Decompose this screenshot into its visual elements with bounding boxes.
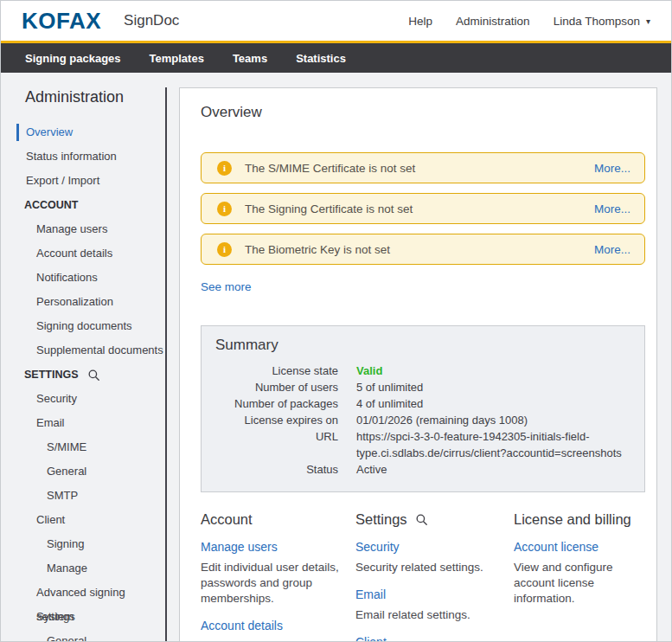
sidebar-item-manage-users[interactable]: Manage users <box>1 217 167 241</box>
sidebar-item-email[interactable]: Email <box>1 411 167 435</box>
sidebar-item-smime[interactable]: S/MIME <box>1 435 167 459</box>
sidebar: Administration Overview Status informati… <box>1 73 167 641</box>
link-description: Edit individual user details, passwords … <box>201 560 346 607</box>
page: KOFAX SignDoc Help Administration Linda … <box>0 0 672 642</box>
alert-text: The S/MIME Certificate is not set <box>245 162 415 175</box>
user-name: Linda Thompson <box>554 15 640 28</box>
search-icon[interactable] <box>415 513 428 526</box>
summary-row-license-state: License state Valid <box>215 363 630 379</box>
sidebar-item-overview[interactable]: Overview <box>1 120 167 144</box>
content-area: Administration Overview Status informati… <box>1 73 671 641</box>
summary-row-license-expires: License expires on 01/01/2026 (remaining… <box>215 412 630 428</box>
alert-more-link[interactable]: More... <box>594 202 630 215</box>
info-icon: i <box>217 242 232 257</box>
tab-signing-packages[interactable]: Signing packages <box>25 52 121 65</box>
page-title: Overview <box>201 104 645 121</box>
link-description: View and configure account license infor… <box>514 560 645 607</box>
account-license-link[interactable]: Account license <box>514 540 645 554</box>
summary-label: License state <box>215 363 338 379</box>
alert-biometric-key: i The Biometric Key is not set More... <box>201 234 645 265</box>
chevron-down-icon: ▾ <box>646 16 650 26</box>
sidebar-item-system[interactable]: System <box>1 605 167 629</box>
sidebar-item-client-signing[interactable]: Signing <box>1 532 167 556</box>
tab-statistics[interactable]: Statistics <box>296 52 346 65</box>
column-title-label: License and billing <box>514 511 631 528</box>
summary-row-number-of-packages: Number of packages 4 of unlimited <box>215 395 630 412</box>
column-account: Account Manage users Edit individual use… <box>201 511 355 642</box>
shortcut-columns: Account Manage users Edit individual use… <box>201 511 645 642</box>
summary-label: Status <box>215 461 338 478</box>
summary-value: 01/01/2026 (remaining days 1008) <box>356 412 528 428</box>
sidebar-item-supplemental-documents[interactable]: Supplemental documents <box>1 338 167 363</box>
summary-row-status: Status Active <box>215 461 630 478</box>
link-description: Email related settings. <box>355 607 507 623</box>
manage-users-link[interactable]: Manage users <box>201 540 355 554</box>
summary-row-url: URL https://spci-3-3-0-feature-1942305-i… <box>215 428 630 461</box>
summary-title: Summary <box>215 337 630 354</box>
column-title: Settings <box>355 511 514 528</box>
alert-smime-certificate: i The S/MIME Certificate is not set More… <box>201 152 645 183</box>
sidebar-item-client-manage[interactable]: Manage <box>1 556 167 581</box>
alert-more-link[interactable]: More... <box>594 243 630 256</box>
summary-label: URL <box>215 428 338 461</box>
help-link[interactable]: Help <box>408 15 432 28</box>
see-more-link[interactable]: See more <box>201 280 252 293</box>
summary-row-number-of-users: Number of users 5 of unlimited <box>215 379 630 395</box>
top-header: KOFAX SignDoc Help Administration Linda … <box>1 1 671 41</box>
sidebar-item-email-general[interactable]: General <box>1 459 167 484</box>
summary-value: Active <box>356 461 387 478</box>
link-description: Security related settings. <box>355 560 507 575</box>
administration-link[interactable]: Administration <box>456 15 530 28</box>
sidebar-section-account: ACCOUNT <box>1 193 167 217</box>
sidebar-item-client[interactable]: Client <box>1 508 167 532</box>
sidebar-section-label: SETTINGS <box>24 369 79 381</box>
summary-label: License expires on <box>215 412 338 428</box>
column-license-billing: License and billing Account license View… <box>514 511 645 642</box>
sidebar-item-security[interactable]: Security <box>1 387 167 411</box>
sidebar-item-system-general[interactable]: General <box>1 629 167 641</box>
main-nav: Signing packages Templates Teams Statist… <box>1 43 671 73</box>
security-link[interactable]: Security <box>355 540 514 554</box>
product-title: SignDoc <box>124 12 179 29</box>
sidebar-item-signing-documents[interactable]: Signing documents <box>1 314 167 338</box>
sidebar-item-smtp[interactable]: SMTP <box>1 484 167 508</box>
summary-panel: Summary License state Valid Number of us… <box>201 325 645 492</box>
tab-teams[interactable]: Teams <box>233 52 267 65</box>
column-title-label: Account <box>201 511 253 528</box>
column-title-label: Settings <box>355 511 407 528</box>
alert-text: The Signing Certificate is not set <box>245 202 413 215</box>
summary-value: https://spci-3-3-0-feature-1942305-initi… <box>356 428 630 461</box>
main-area: Overview i The S/MIME Certificate is not… <box>167 73 672 641</box>
user-menu[interactable]: Linda Thompson ▾ <box>554 15 650 28</box>
sidebar-section-label: ACCOUNT <box>24 199 79 211</box>
summary-value: 4 of unlimited <box>356 395 423 412</box>
client-link[interactable]: Client <box>355 635 514 642</box>
sidebar-item-status-information[interactable]: Status information <box>1 144 167 169</box>
summary-value: 5 of unlimited <box>356 379 423 395</box>
account-details-link[interactable]: Account details <box>201 619 355 632</box>
sidebar-item-personalization[interactable]: Personalization <box>1 290 167 314</box>
overview-panel: Overview i The S/MIME Certificate is not… <box>179 87 657 642</box>
alert-more-link[interactable]: More... <box>594 162 630 175</box>
email-link[interactable]: Email <box>355 587 514 601</box>
kofax-logo[interactable]: KOFAX <box>22 10 101 32</box>
sidebar-item-account-details[interactable]: Account details <box>1 241 167 266</box>
info-icon: i <box>217 202 232 216</box>
column-title: Account <box>201 511 355 528</box>
link-description: View and edit your personal account deta… <box>201 639 346 642</box>
top-header-links: Help Administration Linda Thompson ▾ <box>408 15 650 28</box>
column-settings: Settings Security Security related setti… <box>355 511 514 642</box>
search-icon[interactable] <box>87 369 100 382</box>
column-title: License and billing <box>514 511 645 528</box>
sidebar-item-advanced-signing-settings[interactable]: Advanced signing settings <box>1 581 167 605</box>
sidebar-title: Administration <box>25 88 167 106</box>
sidebar-section-settings: SETTINGS <box>1 363 167 387</box>
sidebar-item-export-import[interactable]: Export / Import <box>1 169 167 193</box>
summary-label: Number of packages <box>215 395 338 412</box>
sidebar-item-notifications[interactable]: Notifications <box>1 266 167 290</box>
summary-label: Number of users <box>215 379 338 395</box>
license-state-value: Valid <box>356 363 382 379</box>
alert-text: The Biometric Key is not set <box>245 243 390 256</box>
tab-templates[interactable]: Templates <box>150 52 204 65</box>
info-icon: i <box>217 161 232 176</box>
